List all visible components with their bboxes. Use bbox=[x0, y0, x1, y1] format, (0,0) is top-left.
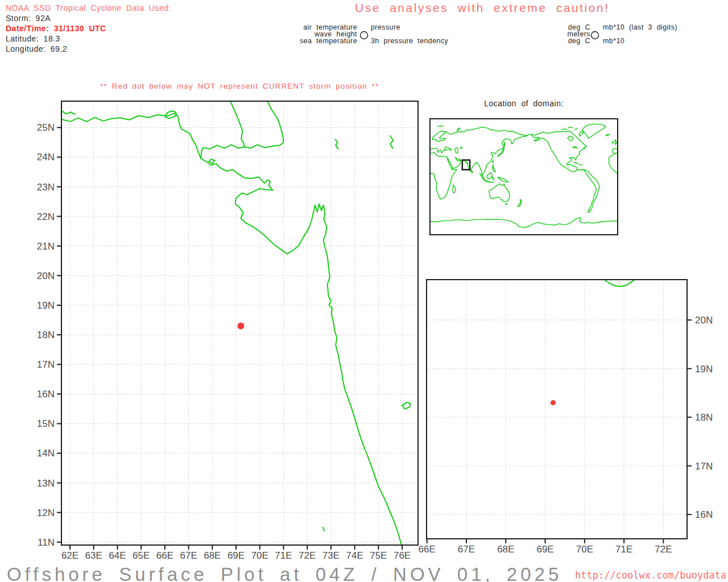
coastline-world_inset bbox=[506, 203, 507, 205]
y-tick-label-zoom_inset: 20N bbox=[695, 315, 713, 326]
coastline-world_inset bbox=[576, 169, 599, 211]
coastline-main_map bbox=[61, 111, 75, 114]
coastline-world_inset bbox=[579, 131, 583, 136]
coastline-world_inset bbox=[615, 140, 617, 144]
coastline-main_map bbox=[61, 113, 402, 545]
coastline-main_map bbox=[335, 139, 338, 149]
y-tick-label-main_map: 12N bbox=[37, 508, 55, 518]
coastline-world_inset bbox=[430, 147, 452, 153]
y-tick-label-main_map: 23N bbox=[37, 182, 55, 193]
coastline-main_map bbox=[201, 145, 274, 158]
y-tick-label-main_map: 11N bbox=[38, 537, 55, 548]
coastline-world_inset bbox=[573, 147, 577, 148]
coastline-world_inset bbox=[582, 124, 606, 138]
x-tick-label-main_map: 71E bbox=[275, 550, 292, 561]
y-tick-label-zoom_inset: 17N bbox=[695, 461, 713, 472]
y-tick-label-main_map: 18N bbox=[37, 330, 55, 340]
coastline-world_inset bbox=[487, 173, 492, 179]
x-tick-label-main_map: 69E bbox=[228, 550, 245, 561]
y-tick-label-main_map: 15N bbox=[37, 418, 55, 429]
coastline-world_inset bbox=[498, 177, 508, 182]
x-tick-label-main_map: 75E bbox=[370, 550, 387, 561]
coastline-world_inset bbox=[588, 212, 590, 213]
coastline-main_map bbox=[390, 136, 393, 148]
x-tick-label-main_map: 62E bbox=[61, 550, 78, 561]
coastline-world_inset bbox=[579, 165, 582, 165]
x-tick-label-zoom_inset: 68E bbox=[497, 544, 514, 555]
coastline-world_inset bbox=[575, 128, 578, 130]
coastline-world_inset bbox=[493, 165, 495, 172]
coastline-world_inset bbox=[568, 127, 573, 128]
coastline-world_inset bbox=[520, 199, 522, 203]
plot-title: Offshore Surface Plot at 04Z / NOV 01, 2… bbox=[7, 564, 562, 582]
x-tick-label-main_map: 66E bbox=[156, 550, 173, 561]
x-tick-label-main_map: 63E bbox=[85, 550, 102, 561]
coastline-world_inset bbox=[457, 128, 461, 131]
coastline-world_inset bbox=[438, 126, 443, 127]
coastline-world_inset bbox=[492, 176, 494, 180]
x-tick-label-zoom_inset: 66E bbox=[419, 544, 436, 555]
coastline-zoom_inset bbox=[605, 280, 635, 286]
coastline-world_inset bbox=[455, 147, 458, 153]
y-tick-label-main_map: 20N bbox=[37, 271, 55, 281]
coastline-world_inset bbox=[612, 142, 613, 143]
storm-position-dot-zoom_inset bbox=[551, 400, 556, 405]
coastline-world_inset bbox=[453, 185, 456, 193]
y-tick-label-main_map: 16N bbox=[37, 389, 55, 400]
coastline-main_map bbox=[323, 527, 325, 531]
y-tick-label-zoom_inset: 16N bbox=[695, 509, 713, 520]
x-tick-label-zoom_inset: 72E bbox=[655, 544, 672, 555]
coastline-main_map bbox=[267, 101, 283, 146]
y-tick-label-main_map: 19N bbox=[37, 300, 55, 311]
coastline-world_inset bbox=[461, 147, 462, 148]
coastline-world_inset bbox=[561, 129, 566, 130]
x-tick-label-zoom_inset: 67E bbox=[458, 544, 475, 555]
coastline-world_inset bbox=[609, 153, 618, 173]
y-tick-label-main_map: 22N bbox=[37, 211, 55, 222]
x-tick-label-main_map: 65E bbox=[133, 550, 150, 561]
coastline-main_map bbox=[402, 402, 411, 409]
storm-position-dot-main_map bbox=[237, 322, 244, 329]
coastline-world_inset bbox=[430, 218, 618, 227]
y-tick-label-zoom_inset: 19N bbox=[695, 364, 713, 375]
map-border-zoom_inset bbox=[427, 280, 687, 539]
coastline-world_inset bbox=[613, 149, 614, 153]
coastline-world_inset bbox=[606, 134, 609, 136]
x-tick-label-zoom_inset: 69E bbox=[536, 544, 553, 555]
y-tick-label-zoom_inset: 18N bbox=[695, 412, 713, 423]
maps-plot-area: 62E63E64E65E66E67E68E69E70E71E72E73E74E7… bbox=[0, 0, 728, 582]
coastline-world_inset bbox=[430, 153, 447, 158]
x-tick-label-zoom_inset: 71E bbox=[615, 544, 632, 555]
coastline-world_inset bbox=[518, 203, 521, 207]
x-tick-label-main_map: 72E bbox=[299, 550, 316, 561]
coastline-world_inset bbox=[530, 131, 586, 172]
x-tick-label-main_map: 67E bbox=[180, 550, 197, 561]
coastline-world_inset bbox=[485, 181, 494, 182]
coastline-world_inset bbox=[493, 160, 494, 163]
y-tick-label-main_map: 21N bbox=[37, 241, 55, 252]
x-tick-label-main_map: 70E bbox=[251, 550, 268, 561]
coastline-world_inset bbox=[471, 171, 473, 173]
coastline-main_map bbox=[209, 159, 214, 163]
coastline-main_map bbox=[230, 101, 245, 147]
coastline-world_inset bbox=[489, 184, 510, 202]
y-tick-label-main_map: 24N bbox=[37, 152, 55, 163]
x-tick-label-zoom_inset: 70E bbox=[576, 544, 593, 555]
y-tick-label-main_map: 14N bbox=[37, 448, 55, 459]
x-tick-label-main_map: 68E bbox=[204, 550, 221, 561]
y-tick-label-main_map: 13N bbox=[37, 478, 55, 489]
x-tick-label-main_map: 73E bbox=[322, 550, 340, 561]
x-tick-label-main_map: 74E bbox=[346, 550, 363, 561]
y-tick-label-main_map: 25N bbox=[37, 122, 55, 133]
coastline-world_inset bbox=[568, 136, 573, 142]
y-tick-label-main_map: 17N bbox=[37, 359, 55, 370]
coastline-world_inset bbox=[432, 131, 446, 142]
x-tick-label-main_map: 64E bbox=[109, 550, 126, 561]
x-tick-label-main_map: 76E bbox=[394, 550, 411, 561]
coastline-world_inset bbox=[504, 142, 504, 147]
offshore-surface-plot-page: NOAA SSD Tropical Cyclone Data Used: Sto… bbox=[0, 0, 728, 582]
source-url: http://coolwx.com/buoydata bbox=[575, 569, 726, 581]
coastline-world_inset bbox=[574, 163, 578, 164]
